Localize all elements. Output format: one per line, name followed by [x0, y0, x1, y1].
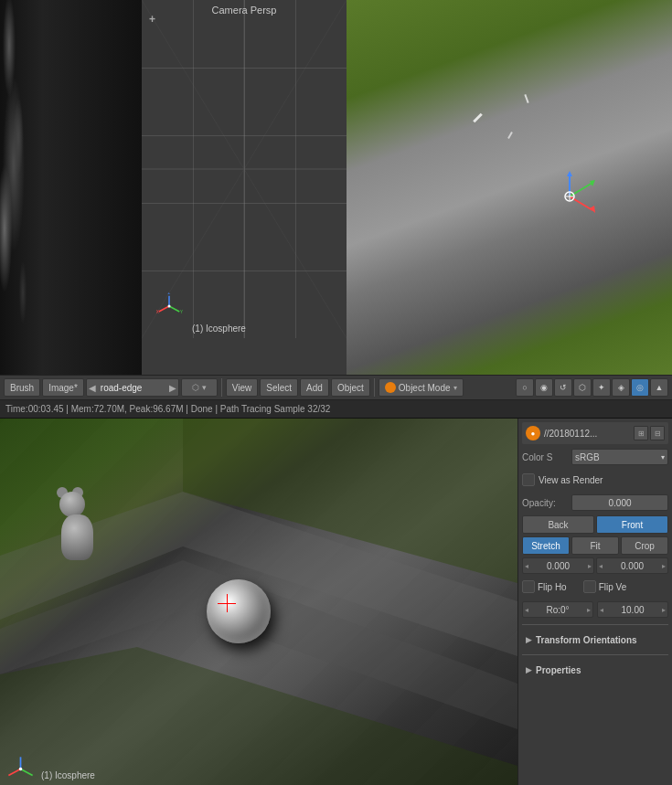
flip-h-checkbox[interactable] — [522, 580, 535, 593]
opacity-input[interactable]: 0.000 — [571, 494, 668, 511]
x-arrow-left: ◂ — [525, 562, 528, 570]
flip-row: Flip Ho Flip Ve — [522, 577, 668, 597]
mode-dropdown-arrow: ▾ — [453, 384, 457, 392]
flip-v-label: Flip Ve — [599, 582, 627, 592]
rotation-row: ◂ Ro:0° ▸ ◂ 10.00 ▸ — [522, 599, 668, 620]
ro-arrow-right: ▸ — [587, 606, 591, 614]
object-button[interactable]: Object — [331, 378, 370, 397]
status-text: Time:00:03.45 | Mem:72.70M, Peak:96.67M … — [5, 404, 330, 414]
color-space-select[interactable]: sRGB ▾ — [571, 449, 668, 465]
render-icon[interactable]: ↺ — [554, 378, 572, 397]
x-position-field[interactable]: ◂ 0.000 ▸ — [522, 557, 594, 574]
gizmo-icon[interactable]: ✦ — [592, 378, 611, 397]
view-as-render-label: View as Render — [539, 475, 603, 485]
brush-button[interactable]: Brush — [4, 378, 40, 397]
panel-header-icons: ⊞ ⊟ — [634, 426, 665, 440]
svg-marker-12 — [567, 171, 572, 176]
transform-orientations-arrow: ▶ — [526, 635, 532, 644]
object-mode-dropdown[interactable]: Object Mode ▾ — [379, 378, 464, 397]
axis-widget-bottom — [5, 753, 32, 780]
3d-viewport-middle[interactable]: Camera Persp + — [142, 0, 347, 375]
panel-collapse-icon[interactable]: ⊟ — [650, 426, 665, 440]
rendered-image-bg — [0, 419, 517, 785]
back-button[interactable]: Back — [522, 515, 594, 534]
svg-point-7 — [168, 305, 171, 308]
flip-horizontal-item: Flip Ho — [522, 580, 567, 593]
add-button[interactable]: Add — [300, 378, 329, 397]
transform-gizmo — [542, 169, 597, 224]
stretch-button[interactable]: Stretch — [522, 536, 570, 555]
color-space-row: Color S sRGB ▾ — [522, 447, 668, 467]
bear-head — [59, 492, 85, 517]
panel-title: //20180112... — [544, 429, 597, 439]
flip-v-checkbox[interactable] — [583, 580, 596, 593]
fit-button[interactable]: Fit — [571, 536, 619, 555]
bottom-area: (1) Icosphere ● //20180112... ⊞ ⊟ Color … — [0, 419, 672, 785]
transform-orientations-title: Transform Orientations — [536, 635, 637, 645]
opacity-row: Opacity: 0.000 — [522, 493, 668, 513]
snap-icon[interactable]: ◈ — [612, 378, 630, 397]
transform-icon[interactable]: ▲ — [650, 378, 668, 397]
divider-1 — [522, 624, 668, 625]
toolbar: Brush Image* ◀ ▶ ⬡ ▾ View Select Add Obj… — [0, 375, 672, 400]
mode-label: Object Mode — [399, 383, 451, 393]
x-arrow-right: ▸ — [588, 562, 592, 570]
transform-orientations-section[interactable]: ▶ Transform Orientations — [522, 630, 668, 650]
properties-title: Properties — [536, 665, 581, 675]
svg-text:X: X — [156, 310, 159, 314]
axis-widget-top: Z Y X — [155, 292, 192, 329]
flip-vertical-item: Flip Ve — [583, 580, 627, 593]
ro-val-arrow-left: ◂ — [600, 606, 603, 614]
panel-file-icon: ● — [526, 426, 540, 440]
filename-input[interactable] — [96, 378, 169, 397]
y-arrow-right: ▸ — [662, 562, 666, 570]
separator-1 — [221, 378, 222, 397]
svg-line-26 — [8, 769, 20, 776]
ro-val-arrow-right: ▸ — [662, 606, 666, 614]
rotation-value-field[interactable]: ◂ 10.00 ▸ — [597, 601, 668, 618]
svg-point-27 — [19, 768, 23, 771]
image-button[interactable]: Image* — [42, 378, 84, 397]
sphere-view-icon[interactable]: ○ — [516, 378, 534, 397]
overlay-icon[interactable]: ⬡ — [573, 378, 592, 397]
arrow-left-icon[interactable]: ◀ — [89, 383, 96, 393]
rotation-field[interactable]: ◂ Ro:0° ▸ — [522, 601, 593, 618]
y-arrow-left: ◂ — [599, 562, 603, 570]
svg-line-5 — [169, 306, 179, 312]
bear-figurine — [52, 492, 102, 560]
bear-body — [61, 514, 93, 560]
camera-persp-label: Camera Persp — [212, 5, 277, 16]
ro-arrow-left: ◂ — [525, 606, 528, 614]
top-viewport-area: Camera Persp + — [0, 0, 672, 375]
color-space-dropdown-arrow: ▾ — [661, 453, 665, 461]
crop-button[interactable]: Crop — [621, 536, 668, 555]
mode-icon — [385, 382, 396, 393]
view-as-render-row: View as Render — [522, 470, 668, 490]
photo-viewport[interactable] — [347, 0, 672, 375]
svg-text:Y: Y — [180, 310, 183, 314]
right-panel: ● //20180112... ⊞ ⊟ Color S sRGB ▾ View … — [517, 419, 672, 785]
bottom-icosphere-label: (1) Icosphere — [41, 770, 95, 780]
texture-panel — [0, 0, 142, 375]
properties-section[interactable]: ▶ Properties — [522, 660, 668, 680]
separator-2 — [374, 378, 375, 397]
panel-expand-icon[interactable]: ⊞ — [634, 426, 648, 440]
select-button[interactable]: Select — [260, 378, 298, 397]
grid-overlay — [142, 0, 347, 338]
panel-header: ● //20180112... ⊞ ⊟ — [522, 422, 668, 444]
arrow-right-icon[interactable]: ▶ — [169, 383, 176, 393]
material-icon[interactable]: ◉ — [535, 378, 553, 397]
view-button[interactable]: View — [226, 378, 259, 397]
stretch-fit-crop-row: Stretch Fit Crop — [522, 536, 668, 555]
front-button[interactable]: Front — [596, 515, 668, 534]
svg-line-6 — [159, 306, 169, 312]
road-photo-bg — [347, 0, 672, 375]
view-as-render-checkbox[interactable] — [522, 473, 535, 486]
right-icon-group: ○ ◉ ↺ ⬡ ✦ ◈ ◎ ▲ — [516, 378, 668, 397]
divider-2 — [522, 654, 668, 655]
toolbar-icon-group[interactable]: ⬡ ▾ — [181, 378, 218, 397]
y-position-field[interactable]: ◂ 0.000 ▸ — [596, 557, 668, 574]
proportional-icon[interactable]: ◎ — [631, 378, 649, 397]
color-space-label: Color S — [522, 452, 568, 462]
rendered-viewport[interactable]: (1) Icosphere — [0, 419, 517, 785]
